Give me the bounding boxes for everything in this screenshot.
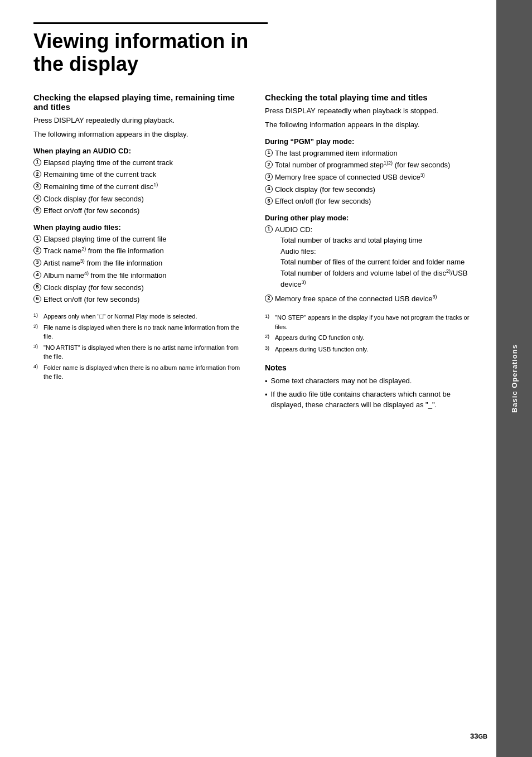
- page-number: 33GB: [470, 732, 487, 740]
- page-num-suffix: GB: [478, 733, 488, 740]
- main-content: Viewing information in the display Check…: [0, 0, 496, 757]
- left-column: Checking the elapsed playing time, remai…: [33, 93, 248, 412]
- circle-2: 2: [33, 170, 41, 178]
- list-item: 6 Effect on/off (for few seconds): [33, 294, 248, 305]
- footnote-item: 4) Folder name is displayed when there i…: [33, 363, 248, 382]
- notes-list: • Some text characters may not be displa…: [265, 375, 480, 411]
- footnote-item: 1) Appears only when "□" or Normal Play …: [33, 312, 248, 321]
- footnote-num: 1): [265, 313, 275, 322]
- footnote-num: 4): [33, 363, 43, 373]
- left-section-title: Checking the elapsed playing time, remai…: [33, 93, 248, 112]
- item-text: Effect on/off (for few seconds): [43, 205, 139, 216]
- pgm-list: 1 The last programmed item information 2…: [265, 148, 480, 207]
- note-text: Some text characters may not be displaye…: [271, 375, 412, 387]
- left-intro-1: Press DISPLAY repeatedly during playback…: [33, 115, 248, 126]
- audio-cd-list: 1 Elapsed playing time of the current tr…: [33, 157, 248, 216]
- item-text: Remaining time of the current track: [43, 169, 156, 180]
- list-item: 3 Remaining time of the current disc1): [33, 181, 248, 192]
- item-text: Effect on/off (for few seconds): [43, 294, 139, 305]
- list-item: 2 Remaining time of the current track: [33, 169, 248, 180]
- notes-title: Notes: [265, 363, 480, 372]
- list-item: 4 Clock display (for few seconds): [33, 194, 248, 205]
- item-text: Effect on/off (for few seconds): [275, 196, 371, 207]
- item-text: Memory free space of connected USB devic…: [275, 172, 425, 183]
- sidebar-label: Basic Operations: [510, 344, 519, 413]
- item-text: Album name4) from the file information: [43, 270, 166, 281]
- bullet-icon: •: [265, 389, 268, 401]
- right-section-title: Checking the total playing time and titl…: [265, 93, 480, 102]
- list-item: 3 Memory free space of connected USB dev…: [265, 172, 480, 183]
- pgm-title: During “PGM” play mode:: [265, 137, 480, 146]
- circle-5: 5: [33, 283, 41, 291]
- circle-5: 5: [265, 197, 273, 205]
- list-item: 2 Track name2) from the file information: [33, 245, 248, 257]
- circle-4: 4: [265, 185, 273, 193]
- footnote-text: Folder name is displayed when there is n…: [43, 363, 248, 382]
- audio-files-title: When playing audio files:: [33, 223, 248, 232]
- circle-2: 2: [265, 295, 273, 302]
- notes-section: Notes • Some text characters may not be …: [265, 363, 480, 411]
- footnote-item: 2) Appears during CD function only.: [265, 333, 480, 343]
- other-title: During other play mode:: [265, 214, 480, 222]
- footnote-num: 2): [33, 323, 43, 332]
- circle-1: 1: [265, 149, 273, 157]
- footnote-item: 3) Appears during USB function only.: [265, 345, 480, 354]
- right-intro-1: Press DISPLAY repeatedly when playback i…: [265, 105, 480, 117]
- circle-6: 6: [33, 295, 41, 303]
- footnote-text: Appears during CD function only.: [275, 333, 365, 343]
- list-item: 2 Total number of programmed step1)2) (f…: [265, 160, 480, 171]
- item-text: Clock display (for few seconds): [43, 194, 144, 205]
- footnote-num: 2): [265, 333, 275, 343]
- item-text: Artist name3) from the file information: [43, 258, 162, 269]
- bullet-icon: •: [265, 376, 268, 387]
- footnote-text: File name is displayed when there is no …: [43, 323, 248, 341]
- audio-files-list: 1 Elapsed playing time of the current fi…: [33, 234, 248, 305]
- list-item: 1 Elapsed playing time of the current tr…: [33, 157, 248, 168]
- list-item: 3 Artist name3) from the file informatio…: [33, 258, 248, 269]
- list-item: 1 The last programmed item information: [265, 148, 480, 159]
- circle-4: 4: [33, 271, 41, 279]
- list-item: 2 Memory free space of the connected USB…: [265, 293, 480, 305]
- page-container: Viewing information in the display Check…: [0, 0, 532, 757]
- item-text: Clock display (for few seconds): [43, 282, 144, 293]
- item-text: Clock display (for few seconds): [275, 184, 375, 195]
- item-text: The last programmed item information: [275, 148, 398, 159]
- list-item: 4 Album name4) from the file information: [33, 270, 248, 281]
- two-column-layout: Checking the elapsed playing time, remai…: [33, 93, 480, 412]
- circle-1: 1: [33, 235, 41, 243]
- circle-2: 2: [265, 161, 273, 168]
- list-item: 4 Clock display (for few seconds): [265, 184, 480, 195]
- right-column: Checking the total playing time and titl…: [265, 93, 480, 412]
- list-item: 1 Elapsed playing time of the current fi…: [33, 234, 248, 245]
- list-item: 5 Effect on/off (for few seconds): [33, 205, 248, 216]
- note-text: If the audio file title contains charact…: [271, 389, 480, 411]
- item-text: AUDIO CD: Total number of tracks and tot…: [275, 224, 480, 290]
- footnote-item: 1) "NO STEP" appears in the display if y…: [265, 313, 480, 331]
- list-item: 5 Effect on/off (for few seconds): [265, 196, 480, 207]
- circle-2: 2: [33, 247, 41, 254]
- list-item: 5 Clock display (for few seconds): [33, 282, 248, 293]
- right-footnotes: 1) "NO STEP" appears in the display if y…: [265, 313, 480, 354]
- circle-1: 1: [265, 225, 273, 233]
- circle-3: 3: [33, 182, 41, 190]
- footnote-item: 2) File name is displayed when there is …: [33, 323, 248, 341]
- sidebar: Basic Operations: [496, 0, 532, 757]
- audio-cd-title: When playing an AUDIO CD:: [33, 147, 248, 155]
- item-text: Memory free space of the connected USB d…: [275, 293, 437, 305]
- left-footnotes: 1) Appears only when "□" or Normal Play …: [33, 312, 248, 382]
- item-text: Elapsed playing time of the current trac…: [43, 157, 173, 168]
- footnote-item: 3) "NO ARTIST" is displayed when there i…: [33, 343, 248, 361]
- circle-3: 3: [33, 259, 41, 267]
- footnote-num: 3): [265, 345, 275, 354]
- footnote-text: Appears only when "□" or Normal Play mod…: [43, 312, 197, 321]
- left-intro-2: The following information appears in the…: [33, 129, 248, 140]
- list-item: 1 AUDIO CD: Total number of tracks and t…: [265, 224, 480, 290]
- footnote-num: 3): [33, 343, 43, 353]
- footnote-text: "NO ARTIST" is displayed when there is n…: [43, 343, 248, 361]
- bullet-item: • If the audio file title contains chara…: [265, 389, 480, 411]
- item-text: Elapsed playing time of the current file: [43, 234, 166, 245]
- circle-1: 1: [33, 158, 41, 166]
- right-intro-2: The following information appears in the…: [265, 119, 480, 131]
- footnote-text: Appears during USB function only.: [275, 345, 368, 354]
- other-list: 1 AUDIO CD: Total number of tracks and t…: [265, 224, 480, 304]
